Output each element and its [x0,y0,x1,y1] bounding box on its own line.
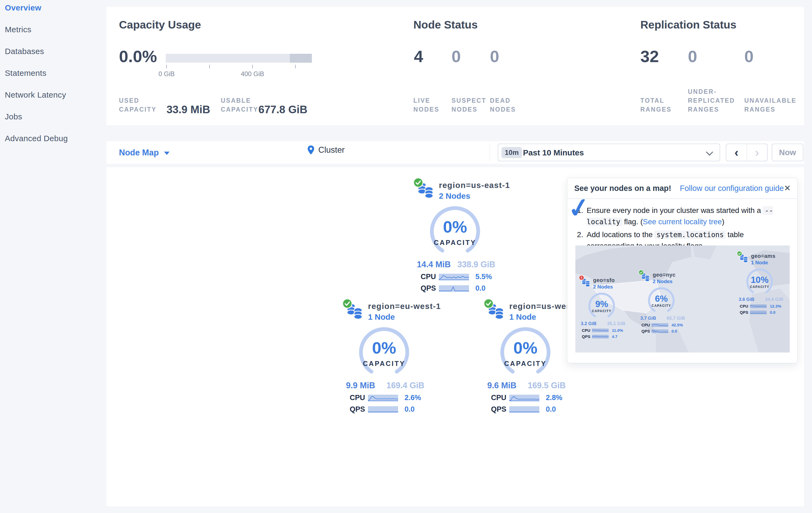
capacity-total: 34.4 GiB [765,297,783,302]
cpu-metric-row: CPU 12.3% [740,304,787,308]
mini-node-geo-nyc: geo=nyc 2 Nodes 6% CAPACITY 3.7 GiB 65.7… [640,272,689,333]
used-capacity-value: 33.9 MiB [167,104,210,116]
sidebar-item-statements[interactable]: Statements [5,69,106,78]
cpu-sparkline [439,274,469,280]
qps-value: 4.7 [612,334,617,339]
capacity-arc-gauge: 9% CAPACITY [588,292,616,320]
configuration-guide-link[interactable]: Follow our configuration guide [680,184,784,193]
view-selector-dropdown[interactable]: Node Map [119,148,170,158]
qps-label: QPS [641,329,651,333]
live-nodes-label: LIVE NODES [413,96,439,114]
sidebar-item-advanced-debug[interactable]: Advanced Debug [5,134,106,143]
sidebar: Overview Metrics Databases Statements Ne… [0,0,106,513]
sidebar-item-network-latency[interactable]: Network Latency [5,90,106,100]
replication-status-title: Replication Status [640,19,736,31]
unavailable-ranges-value: 0 [744,47,753,66]
cpu-value: 42.5% [671,323,683,327]
time-back-button[interactable]: ‹ [726,144,747,161]
now-button[interactable]: Now [772,143,804,161]
qps-sparkline [651,329,668,333]
mini-node-name: geo=nyc [653,272,675,278]
cpu-value: 12.3% [770,304,781,308]
region-header: region=eu-west-1 1 Node [346,302,425,322]
cpu-label: CPU [641,323,651,327]
usable-capacity-value: 677.8 GiB [258,104,307,116]
region-group-eu-west-1: region=eu-west-1 1 Node 0% CAPACITY 9.9 … [344,302,425,413]
qps-label: QPS [350,405,368,413]
time-forward-button[interactable]: › [747,144,767,161]
view-toolbar: Node Map Cluster 10m Past 10 Minutes ‹ ›… [106,141,804,164]
caret-down-icon [164,152,170,155]
capacity-arc-label: CAPACITY [746,285,774,289]
total-ranges-value: 32 [640,47,659,66]
gauge-tick [252,65,253,68]
cpu-metric-row: CPU 11.0% [582,328,629,332]
gauge-tick-label-0: 0 GiB [148,70,185,78]
unavailable-ranges-label: UNAVAILABLE RANGES [744,96,796,114]
sidebar-item-metrics[interactable]: Metrics [5,25,106,34]
capacity-usage-title: Capacity Usage [119,19,201,31]
qps-metric-row: QPS 0.0 [641,329,689,333]
mini-node-count: 2 Nodes [593,284,615,290]
qps-value: 0.0 [671,329,677,333]
time-range-badge: 10m [501,147,522,158]
sidebar-nav: Overview Metrics Databases Statements Ne… [0,0,106,143]
capacity-total: 169.5 GiB [528,381,566,390]
capacity-arc-label: CAPACITY [429,239,481,247]
cpu-sparkline [592,329,609,332]
capacity-arc-label: CAPACITY [647,304,675,307]
view-selector-label: Node Map [119,148,159,157]
status-ok-icon [413,178,423,188]
mini-node-header: geo=ams 1 Node [739,253,787,266]
breadcrumb[interactable]: Cluster [307,145,345,155]
qps-value: 0.0 [405,405,415,413]
location-pin-icon [307,145,315,155]
status-ok-icon [342,298,352,309]
capacity-percent: 0.0% [119,47,157,66]
qps-label: QPS [420,284,439,293]
mini-node-count: 1 Node [751,260,776,266]
region-nodes-link[interactable]: 1 Node [368,313,441,322]
capacity-arc-gauge: 6% CAPACITY [647,287,675,315]
suspect-nodes-value: 0 [452,47,461,66]
time-range-select[interactable]: 10m Past 10 Minutes [498,143,720,161]
chevron-down-icon [706,148,713,156]
qps-metric-row: QPS 0.0 [420,284,496,293]
cpu-metric-row: CPU 2.8% [491,394,566,402]
under-replicated-label: UNDER- REPLICATED RANGES [688,87,735,114]
capacity-arc-gauge: 0% CAPACITY [499,326,552,379]
region-header: region=us-west-1 1 Node [487,302,566,322]
cpu-label: CPU [740,304,750,308]
gauge-tick [166,65,167,68]
cpu-sparkline [368,395,398,401]
region-group-us-east-1: region=us-east-1 2 Nodes 0% CAPACITY 14.… [415,181,496,293]
gauge-tick [209,65,210,68]
close-icon[interactable]: ✕ [784,183,791,193]
capacity-arc-gauge: 10% CAPACITY [746,268,774,296]
cluster-summary-panel: Capacity Usage 0.0% 0 GiB 400 GiB USED C… [106,7,804,125]
sidebar-item-jobs[interactable]: Jobs [5,112,106,121]
suspect-nodes-label: SUSPECT NODES [452,96,487,114]
qps-value: 0.0 [770,310,776,315]
sidebar-item-overview[interactable]: Overview [5,3,106,12]
capacity-values: 3.7 GiB 65.7 GiB [640,316,685,321]
breadcrumb-label: Cluster [318,145,345,155]
locality-tree-link[interactable]: See current locality tree [643,217,722,226]
status-error-icon [579,275,584,280]
live-nodes-value: 4 [414,47,423,66]
region-group-us-west-1: region=us-west-1 1 Node 0% CAPACITY 9.6 … [486,302,566,413]
region-nodes-link[interactable]: 2 Nodes [439,191,510,200]
capacity-used: 14.4 MiB [417,260,451,269]
cpu-metric-row: CPU 42.5% [641,323,689,327]
sidebar-item-databases[interactable]: Databases [5,47,106,56]
database-stack-icon [581,277,590,289]
popup-step-1: 1. Ensure every node in your cluster was… [577,205,790,227]
qps-metric-row: QPS 0.0 [350,405,425,413]
qps-metric-row: QPS 0.0 [740,310,787,315]
capacity-arc-percent: 10% [746,275,774,285]
cpu-label: CPU [420,273,439,281]
total-ranges-label: TOTAL RANGES [640,96,671,114]
capacity-arc-label: CAPACITY [588,309,616,313]
database-stack-icon [346,302,363,321]
step-number: 1. [577,205,587,227]
